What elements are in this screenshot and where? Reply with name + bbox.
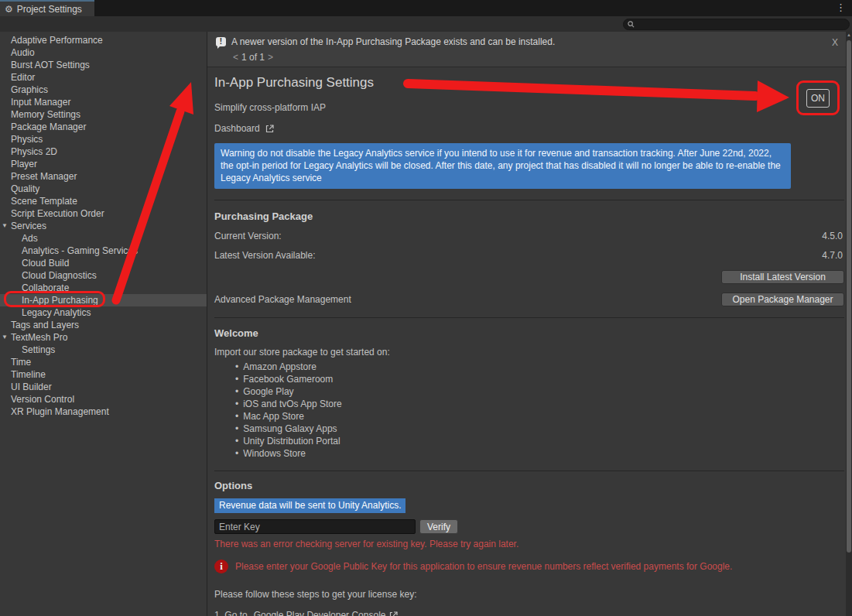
sidebar-item-legacy-analytics[interactable]: Legacy Analytics: [0, 306, 207, 319]
open-package-manager-button[interactable]: Open Package Manager: [721, 293, 844, 306]
advanced-package-management-label: Advanced Package Management: [214, 294, 351, 305]
license-key-input[interactable]: [214, 519, 416, 534]
google-key-warning-text: Please enter your Google Public Key for …: [235, 560, 732, 573]
sidebar-item-label: Scene Template: [11, 196, 77, 207]
sidebar-item-ui-builder[interactable]: UI Builder: [0, 381, 207, 393]
sidebar-item-label: XR Plugin Management: [11, 406, 109, 417]
sidebar-item-settings[interactable]: Settings: [0, 344, 207, 356]
latest-version-label: Latest Version Available:: [214, 250, 316, 261]
notification-close-icon[interactable]: X: [832, 37, 838, 48]
sidebar-item-label: Cloud Diagnostics: [22, 270, 97, 281]
sidebar-item-cloud-build[interactable]: Cloud Build: [0, 257, 207, 269]
sidebar-item-scene-template[interactable]: Scene Template: [0, 195, 207, 207]
sidebar-item-label: Preset Manager: [11, 171, 77, 182]
main-panel: ! A newer version of the In-App Purchasi…: [207, 32, 852, 616]
sidebar-item-textmesh-pro[interactable]: ▼TextMesh Pro: [0, 331, 207, 344]
purchasing-package-heading: Purchasing Package: [214, 210, 844, 222]
sidebar-item-analytics-gaming-services[interactable]: Analytics - Gaming Services: [0, 245, 207, 257]
sidebar-item-label: UI Builder: [11, 382, 52, 392]
sidebar-item-in-app-purchasing[interactable]: In-App Purchasing: [0, 294, 207, 306]
scroll-up-icon[interactable]: ▲: [846, 33, 852, 37]
sidebar-item-label: Adaptive Performance: [11, 35, 103, 46]
install-latest-version-button[interactable]: Install Latest Version: [721, 270, 844, 284]
sidebar-item-label: Legacy Analytics: [22, 307, 91, 318]
step1-prefix: 1. Go to: [214, 610, 248, 616]
legacy-analytics-warning: Warning do not disable the Legacy Analyt…: [214, 143, 791, 189]
license-steps-intro: Please follow these steps to get your li…: [214, 589, 844, 600]
notification-pager: <1 of 1>: [233, 52, 844, 63]
section-divider: [214, 200, 844, 200]
server-error-text: There was an error checking server for e…: [214, 539, 844, 549]
sidebar-items: Adaptive PerformanceAudioBurst AOT Setti…: [0, 34, 207, 418]
page-subtitle: Simplify cross-platform IAP: [214, 102, 844, 113]
sidebar-item-input-manager[interactable]: Input Manager: [0, 96, 207, 108]
google-play-console-link[interactable]: Google Play Developer Console: [254, 610, 386, 616]
sidebar-item-package-manager[interactable]: Package Manager: [0, 121, 207, 133]
sidebar-item-graphics[interactable]: Graphics: [0, 84, 207, 96]
sidebar-item-label: Audio: [11, 47, 35, 58]
sidebar-item-tags-and-layers[interactable]: Tags and Layers: [0, 319, 207, 331]
search-input[interactable]: [638, 19, 835, 29]
sidebar-item-label: Input Manager: [11, 97, 70, 108]
sidebar-item-label: Services: [11, 221, 46, 231]
store-list-item-google-play: Google Play: [235, 385, 844, 398]
sidebar-item-timeline[interactable]: Timeline: [0, 368, 207, 381]
external-link-icon: [388, 611, 399, 616]
sidebar-item-memory-settings[interactable]: Memory Settings: [0, 108, 207, 121]
sidebar-item-player[interactable]: Player: [0, 158, 207, 170]
sidebar-item-label: TextMesh Pro: [11, 332, 67, 343]
pager-prev-icon[interactable]: <: [233, 52, 238, 63]
sidebar-item-preset-manager[interactable]: Preset Manager: [0, 170, 207, 183]
sidebar-item-label: Tags and Layers: [11, 320, 79, 330]
tab-project-settings[interactable]: ⚙ Project Settings: [0, 0, 94, 16]
sidebar-item-label: Collaborate: [22, 282, 69, 293]
scrollbar-thumb[interactable]: [847, 40, 851, 553]
sidebar-item-physics[interactable]: Physics: [0, 133, 207, 145]
gear-icon: ⚙: [5, 5, 13, 14]
vertical-scrollbar[interactable]: ▲: [846, 32, 852, 616]
welcome-intro: Import our store package to get started …: [214, 347, 844, 358]
sidebar-item-time[interactable]: Time: [0, 356, 207, 368]
sidebar-item-burst-aot-settings[interactable]: Burst AOT Settings: [0, 59, 207, 71]
pager-next-icon[interactable]: >: [268, 52, 273, 63]
sidebar-item-label: Cloud Build: [22, 258, 69, 269]
foldout-triangle-icon[interactable]: ▼: [2, 220, 8, 232]
sidebar-item-cloud-diagnostics[interactable]: Cloud Diagnostics: [0, 269, 207, 282]
sidebar-item-collaborate[interactable]: Collaborate: [0, 282, 207, 294]
foldout-triangle-icon[interactable]: ▼: [2, 331, 8, 344]
iap-on-toggle[interactable]: ON: [806, 89, 830, 108]
external-link-icon: [265, 124, 275, 134]
sidebar-item-label: Settings: [22, 344, 55, 355]
sidebar-item-label: In-App Purchasing: [22, 295, 98, 306]
sidebar-item-version-control[interactable]: Version Control: [0, 393, 207, 406]
sidebar-item-label: Analytics - Gaming Services: [22, 245, 138, 256]
page-title: In-App Purchasing Settings: [214, 75, 844, 91]
search-icon: [628, 21, 635, 28]
sidebar-item-editor[interactable]: Editor: [0, 71, 207, 84]
sidebar-item-xr-plugin-management[interactable]: XR Plugin Management: [0, 406, 207, 418]
sidebar-item-audio[interactable]: Audio: [0, 46, 207, 59]
sidebar-item-ads[interactable]: Ads: [0, 232, 207, 245]
sidebar-item-quality[interactable]: Quality: [0, 183, 207, 195]
kebab-menu-icon[interactable]: ⋮: [836, 2, 846, 13]
search-box[interactable]: [623, 19, 850, 30]
dashboard-link[interactable]: Dashboard: [214, 123, 844, 134]
toolbar: [0, 16, 852, 32]
sidebar-item-label: Package Manager: [11, 121, 86, 132]
sidebar-item-label: Graphics: [11, 84, 48, 95]
sidebar-item-label: Ads: [22, 233, 38, 244]
store-list-item-windows-store: Windows Store: [235, 447, 844, 460]
sidebar-item-script-execution-order[interactable]: Script Execution Order: [0, 207, 207, 220]
section-divider: [214, 317, 844, 318]
sidebar-item-label: Version Control: [11, 394, 74, 405]
sidebar-item-label: Memory Settings: [11, 109, 80, 120]
notification-bar: ! A newer version of the In-App Purchasi…: [207, 32, 852, 67]
sidebar-item-physics-2d[interactable]: Physics 2D: [0, 145, 207, 158]
alert-bubble-icon: !: [216, 37, 226, 46]
sidebar-item-services[interactable]: ▼Services: [0, 220, 207, 232]
sidebar-item-label: Physics: [11, 134, 43, 145]
sidebar-item-adaptive-performance[interactable]: Adaptive Performance: [0, 34, 207, 46]
store-list: Amazon AppstoreFacebook GameroomGoogle P…: [235, 361, 844, 460]
verify-button[interactable]: Verify: [419, 519, 458, 534]
store-list-item-samsung-galaxy-apps: Samsung Galaxy Apps: [235, 423, 844, 435]
